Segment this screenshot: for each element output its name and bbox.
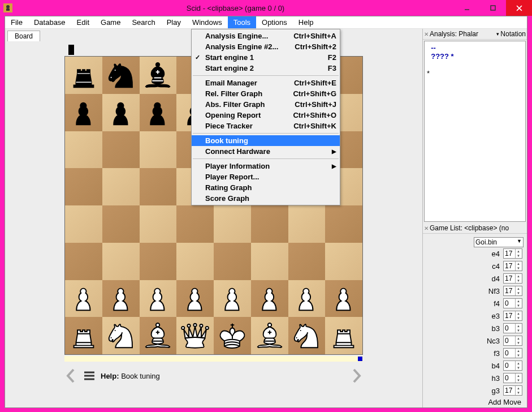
- spin-down-icon[interactable]: ▼: [516, 278, 521, 283]
- square[interactable]: [176, 205, 214, 243]
- spin-up-icon[interactable]: ▲: [516, 336, 521, 341]
- move-label[interactable]: e3: [483, 312, 500, 320]
- square[interactable]: [65, 205, 102, 243]
- spin-down-icon[interactable]: ▼: [516, 266, 521, 271]
- menu-item-player-report-[interactable]: Player Report...: [192, 171, 340, 182]
- menu-item-start-engine-2[interactable]: Start engine 2F3: [192, 63, 340, 74]
- square[interactable]: [251, 280, 288, 317]
- spin-down-icon[interactable]: ▼: [516, 328, 521, 333]
- square[interactable]: [102, 243, 140, 280]
- menu-edit[interactable]: Edit: [71, 16, 95, 28]
- move-label[interactable]: h3: [483, 374, 500, 383]
- spin-up-icon[interactable]: ▲: [516, 361, 521, 366]
- menu-game[interactable]: Game: [95, 16, 126, 28]
- square[interactable]: [176, 280, 214, 317]
- spin-up-icon[interactable]: ▲: [516, 349, 521, 353]
- spin-down-icon[interactable]: ▼: [516, 353, 521, 358]
- menu-item-rating-graph[interactable]: Rating Graph: [192, 182, 340, 193]
- piece-bP[interactable]: [141, 96, 174, 129]
- move-weight-input[interactable]: [504, 387, 515, 394]
- piece-wB[interactable]: [253, 319, 286, 352]
- piece-wR[interactable]: [327, 319, 360, 352]
- spin-up-icon[interactable]: ▲: [516, 386, 521, 390]
- menu-item-email-manager[interactable]: Email ManagerCtrl+Shift+E: [192, 78, 340, 88]
- menu-database[interactable]: Database: [28, 16, 71, 28]
- move-weight-spinner[interactable]: ▲▼: [503, 298, 522, 308]
- move-label[interactable]: d4: [483, 274, 500, 283]
- gamelist-header-label[interactable]: Game List: <clipbase> (no: [430, 224, 509, 232]
- square[interactable]: [65, 94, 102, 131]
- square[interactable]: [288, 317, 326, 354]
- square[interactable]: [288, 280, 326, 317]
- menu-item-start-engine-1[interactable]: ✓Start engine 1F2: [192, 52, 340, 63]
- analysis-tab-label[interactable]: Analysis: Phalar: [430, 30, 478, 38]
- square[interactable]: [325, 243, 362, 280]
- spin-up-icon[interactable]: ▲: [516, 274, 521, 278]
- move-label[interactable]: b3: [483, 324, 500, 333]
- piece-wP[interactable]: [179, 282, 211, 315]
- square[interactable]: [65, 168, 102, 205]
- spin-down-icon[interactable]: ▼: [516, 390, 521, 395]
- square[interactable]: [102, 205, 140, 243]
- piece-wP[interactable]: [67, 282, 100, 315]
- square[interactable]: [140, 317, 177, 354]
- menu-search[interactable]: Search: [126, 16, 161, 28]
- hamburger-icon[interactable]: [83, 370, 96, 381]
- piece-wN[interactable]: [105, 319, 137, 352]
- spin-up-icon[interactable]: ▲: [516, 286, 521, 291]
- square[interactable]: [102, 168, 140, 205]
- piece-wQ[interactable]: [179, 319, 211, 352]
- square[interactable]: [102, 317, 140, 354]
- menu-item-rel-filter-graph[interactable]: Rel. Filter GraphCtrl+Shift+G: [192, 88, 340, 99]
- move-weight-spinner[interactable]: ▲▼: [503, 323, 522, 333]
- move-weight-input[interactable]: [504, 312, 515, 320]
- square[interactable]: [325, 205, 362, 243]
- dropdown-icon[interactable]: ▾: [496, 31, 499, 37]
- spin-down-icon[interactable]: ▼: [516, 378, 521, 383]
- square[interactable]: [102, 131, 140, 169]
- close-button[interactable]: [506, 0, 532, 16]
- spin-down-icon[interactable]: ▼: [516, 254, 521, 258]
- piece-wP[interactable]: [216, 282, 249, 315]
- move-label[interactable]: g3: [483, 387, 500, 395]
- square[interactable]: [251, 205, 288, 243]
- square[interactable]: [214, 280, 251, 317]
- move-label[interactable]: f4: [483, 299, 500, 308]
- move-weight-input[interactable]: [504, 299, 515, 307]
- menu-item-abs-filter-graph[interactable]: Abs. Filter GraphCtrl+Shift+J: [192, 99, 340, 110]
- add-move-button[interactable]: Add Move: [423, 396, 527, 407]
- square[interactable]: [176, 243, 214, 280]
- square[interactable]: [102, 94, 140, 131]
- grip-icon[interactable]: ✕: [424, 31, 429, 37]
- piece-wP[interactable]: [253, 282, 286, 315]
- menu-options[interactable]: Options: [256, 16, 293, 28]
- move-weight-input[interactable]: [504, 250, 515, 258]
- move-weight-spinner[interactable]: ▲▼: [503, 311, 522, 321]
- move-label[interactable]: Nc3: [483, 337, 500, 345]
- square[interactable]: [65, 57, 102, 94]
- square[interactable]: [176, 317, 214, 354]
- square[interactable]: [251, 243, 288, 280]
- square[interactable]: [251, 317, 288, 354]
- square[interactable]: [214, 243, 251, 280]
- piece-wP[interactable]: [327, 282, 360, 315]
- square[interactable]: [65, 131, 102, 169]
- menu-help[interactable]: Help: [293, 16, 319, 28]
- square[interactable]: [325, 317, 362, 354]
- menu-file[interactable]: File: [5, 16, 28, 28]
- menu-item-piece-tracker[interactable]: Piece TrackerCtrl+Shift+K: [192, 121, 340, 131]
- maximize-button[interactable]: [480, 0, 506, 16]
- square[interactable]: [140, 280, 177, 317]
- minimize-button[interactable]: [454, 0, 480, 16]
- move-weight-spinner[interactable]: ▲▼: [503, 273, 522, 284]
- spin-down-icon[interactable]: ▼: [516, 291, 521, 295]
- spin-down-icon[interactable]: ▼: [516, 303, 521, 308]
- nav-prev-icon[interactable]: [64, 367, 78, 384]
- notation-tab-label[interactable]: Notation: [500, 30, 526, 38]
- move-weight-input[interactable]: [504, 262, 515, 270]
- spin-down-icon[interactable]: ▼: [516, 341, 521, 345]
- square[interactable]: [214, 317, 251, 354]
- menu-item-player-information[interactable]: Player Information▶: [192, 161, 340, 171]
- piece-bP[interactable]: [105, 96, 137, 129]
- move-weight-spinner[interactable]: ▲▼: [503, 373, 522, 383]
